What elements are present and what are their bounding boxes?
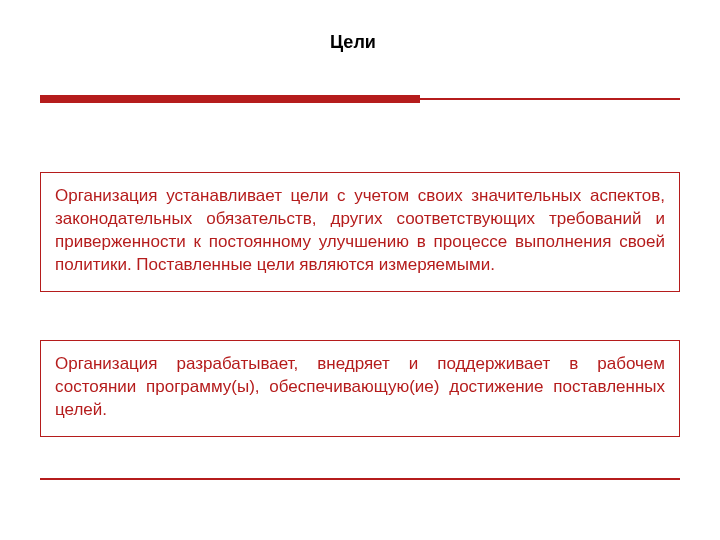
header-rule [40, 95, 680, 103]
slide: Цели Организация устанавливает цели с уч… [0, 0, 720, 540]
footer-rule [40, 478, 680, 480]
page-title: Цели [330, 32, 390, 53]
content-box-1: Организация устанавливает цели с учетом … [40, 172, 680, 292]
header-rule-thick [40, 95, 420, 103]
content-box-2: Организация разрабатывает, внедряет и по… [40, 340, 680, 437]
